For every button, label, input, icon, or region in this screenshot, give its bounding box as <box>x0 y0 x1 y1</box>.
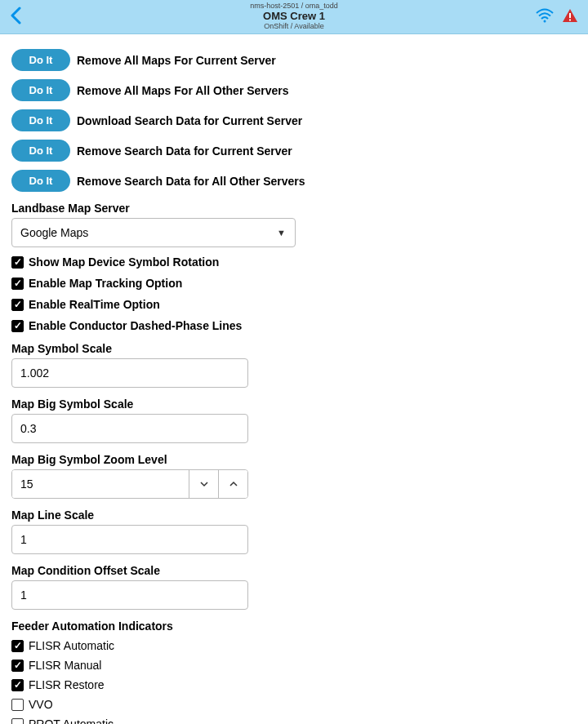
do-it-button[interactable]: Do It <box>11 140 70 162</box>
field-label: Map Line Scale <box>11 509 577 522</box>
field-symbol-scale: Map Symbol Scale <box>11 342 577 388</box>
chevron-up-icon <box>229 479 238 489</box>
feeder-prot-automatic[interactable]: PROT Automatic <box>11 717 577 724</box>
checkbox-label: FLISR Automatic <box>29 639 114 652</box>
checkbox[interactable] <box>11 718 24 725</box>
action-remove-maps-current: Do It Remove All Maps For Current Server <box>11 49 577 71</box>
big-symbol-scale-input[interactable] <box>11 414 248 443</box>
landbase-select[interactable]: ▼ <box>11 218 296 247</box>
svg-point-0 <box>544 20 546 23</box>
alert-icon[interactable] <box>562 8 578 25</box>
toggle-symbol-rotation[interactable]: Show Map Device Symbol Rotation <box>11 255 577 269</box>
toggle-realtime[interactable]: Enable RealTime Option <box>11 298 577 311</box>
settings-content: Do It Remove All Maps For Current Server… <box>0 34 588 724</box>
action-remove-search-others: Do It Remove Search Data for All Other S… <box>11 170 577 192</box>
checkbox[interactable] <box>11 299 24 311</box>
field-label: Map Big Symbol Scale <box>11 398 577 411</box>
toggle-map-tracking[interactable]: Enable Map Tracking Option <box>11 277 577 290</box>
app-header: nms-host-2501 / oma_todd OMS Crew 1 OnSh… <box>0 0 588 34</box>
header-title-block: nms-host-2501 / oma_todd OMS Crew 1 OnSh… <box>250 2 338 30</box>
do-it-button[interactable]: Do It <box>11 109 70 131</box>
back-button[interactable] <box>10 7 21 28</box>
feeder-flisr-restore[interactable]: FLISR Restore <box>11 678 577 691</box>
checkbox[interactable] <box>11 640 24 652</box>
checkbox[interactable] <box>11 679 24 691</box>
feeder-section-label: Feeder Automation Indicators <box>11 620 577 633</box>
stepper-up-button[interactable] <box>218 470 247 498</box>
field-label: Map Symbol Scale <box>11 342 577 355</box>
checkbox[interactable] <box>11 278 24 290</box>
checkbox[interactable] <box>11 320 24 332</box>
checkbox[interactable] <box>11 256 24 269</box>
action-label: Remove All Maps For Current Server <box>77 54 276 67</box>
do-it-button[interactable]: Do It <box>11 49 70 71</box>
action-download-search-current: Do It Download Search Data for Current S… <box>11 109 577 131</box>
landbase-label: Landbase Map Server <box>11 202 577 215</box>
field-big-symbol-scale: Map Big Symbol Scale <box>11 398 577 443</box>
checkbox-label: FLISR Manual <box>29 659 101 672</box>
zoom-level-stepper <box>11 469 248 499</box>
action-label: Download Search Data for Current Server <box>77 114 302 127</box>
header-title: OMS Crew 1 <box>250 11 338 22</box>
feeder-flisr-automatic[interactable]: FLISR Automatic <box>11 639 577 652</box>
landbase-select-input[interactable] <box>11 218 296 247</box>
toggle-conductor-dashed[interactable]: Enable Conductor Dashed-Phase Lines <box>11 319 577 332</box>
field-line-scale: Map Line Scale <box>11 509 577 554</box>
feeder-vvo[interactable]: VVO <box>11 698 577 711</box>
checkbox-label: FLISR Restore <box>29 678 105 691</box>
action-remove-maps-others: Do It Remove All Maps For All Other Serv… <box>11 79 577 101</box>
stepper-down-button[interactable] <box>189 470 218 498</box>
checkbox-label: PROT Automatic <box>29 717 114 724</box>
svg-rect-2 <box>569 20 571 21</box>
do-it-button[interactable]: Do It <box>11 79 70 101</box>
svg-rect-1 <box>569 13 571 18</box>
checkbox-label: Enable Conductor Dashed-Phase Lines <box>29 319 242 332</box>
action-remove-search-current: Do It Remove Search Data for Current Ser… <box>11 140 577 162</box>
checkbox-label: Enable RealTime Option <box>29 298 160 311</box>
checkbox-label: Enable Map Tracking Option <box>29 277 182 290</box>
zoom-level-input[interactable] <box>12 470 189 498</box>
field-label: Map Big Symbol Zoom Level <box>11 453 577 466</box>
checkbox-label: Show Map Device Symbol Rotation <box>29 255 219 269</box>
action-label: Remove Search Data for All Other Servers <box>77 175 305 188</box>
checkbox[interactable] <box>11 699 24 711</box>
checkbox[interactable] <box>11 660 24 672</box>
header-actions <box>536 8 578 25</box>
condition-offset-input[interactable] <box>11 580 248 610</box>
wifi-icon <box>536 8 554 25</box>
checkbox-label: VVO <box>29 698 53 711</box>
field-label: Map Condition Offset Scale <box>11 564 577 577</box>
action-label: Remove Search Data for Current Server <box>77 144 292 158</box>
chevron-down-icon <box>199 479 209 489</box>
field-big-symbol-zoom: Map Big Symbol Zoom Level <box>11 453 577 499</box>
field-condition-offset: Map Condition Offset Scale <box>11 564 577 610</box>
do-it-button[interactable]: Do It <box>11 170 70 192</box>
symbol-scale-input[interactable] <box>11 358 248 388</box>
feeder-flisr-manual[interactable]: FLISR Manual <box>11 659 577 672</box>
line-scale-input[interactable] <box>11 525 248 554</box>
action-label: Remove All Maps For All Other Servers <box>77 84 289 97</box>
header-status: OnShift / Available <box>250 23 338 31</box>
